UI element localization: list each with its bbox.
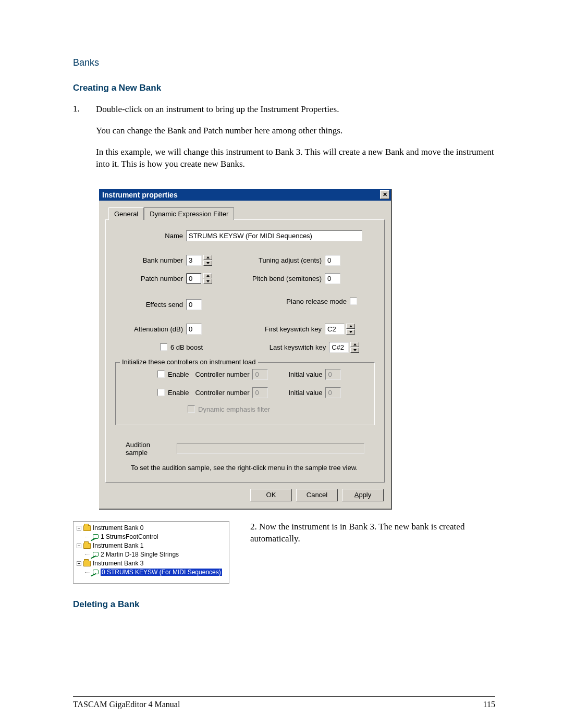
dynamic-emphasis-filter-label: Dynamic emphasis filter <box>198 405 270 413</box>
pitch-bend-field[interactable]: 0 <box>325 273 340 284</box>
spinner-down-icon[interactable] <box>350 348 359 353</box>
name-label: Name <box>115 232 186 240</box>
dialog-titlebar[interactable]: Instrument properties ✕ <box>99 189 391 201</box>
tree-bank-1-item[interactable]: 2 Martin D-18 Single Strings <box>101 551 179 558</box>
instrument-icon <box>91 552 99 558</box>
close-icon[interactable]: ✕ <box>380 190 389 199</box>
dynamic-emphasis-filter-checkbox <box>188 405 195 413</box>
initial-value-1-field: 0 <box>325 369 341 380</box>
enable-controller-2-checkbox[interactable] <box>157 389 165 396</box>
controller-number-1-field: 0 <box>252 369 268 380</box>
six-db-boost-label: 6 dB boost <box>170 343 203 351</box>
step-number-2: 2. <box>250 522 257 532</box>
initial-value-2-label: Initial value <box>268 389 325 397</box>
spinner-down-icon[interactable] <box>203 261 212 266</box>
tree-expander-icon[interactable] <box>77 561 81 566</box>
effects-send-label: Effects send <box>115 301 186 309</box>
audition-sample-label: Audition sample <box>115 441 177 456</box>
section-title-banks: Banks <box>73 57 495 68</box>
tree-bank-0[interactable]: Instrument Bank 0 <box>93 524 143 532</box>
audition-sample-field[interactable] <box>177 443 364 454</box>
subheading-creating-bank: Creating a New Bank <box>73 83 495 93</box>
step1-text-line2: You can change the Bank and Patch number… <box>96 125 495 137</box>
effects-send-field[interactable]: 0 <box>186 299 202 310</box>
last-keyswitch-label: Last keyswitch key <box>203 343 329 351</box>
initial-value-1-label: Initial value <box>268 371 325 378</box>
last-keyswitch-spinner[interactable] <box>350 342 359 353</box>
audition-hint: To set the audition sample, see the righ… <box>115 464 375 472</box>
step2-text: Now the instrument is in Bank 3. The new… <box>250 522 464 544</box>
folder-icon <box>83 543 91 549</box>
piano-release-label: Piano release mode <box>282 298 350 305</box>
spinner-up-icon[interactable] <box>346 324 355 329</box>
tab-panel-general: Name STRUMS KEYSW (For MIDI Sequences) B… <box>105 219 385 483</box>
footer-page-number: 115 <box>483 700 495 709</box>
initial-value-2-field: 0 <box>325 387 341 398</box>
tree-bank-3-item-selected[interactable]: 0 STRUMS KEYSW (For MIDI Sequences) <box>101 569 222 576</box>
enable-controller-1-label: Enable <box>168 371 189 378</box>
enable-controller-2-label: Enable <box>168 389 189 397</box>
attenuation-field[interactable]: 0 <box>186 324 202 335</box>
tree-expander-icon[interactable] <box>77 544 81 548</box>
apply-button[interactable]: Apply <box>342 489 384 501</box>
controller-number-2-field: 0 <box>252 387 268 398</box>
pitch-bend-label: Pitch bend (semitones) <box>212 275 325 282</box>
tree-expander-icon[interactable] <box>77 526 81 530</box>
controller-number-2-label: Controller number <box>189 389 252 397</box>
ok-button[interactable]: OK <box>250 489 292 501</box>
instrument-bank-tree[interactable]: Instrument Bank 0 1 StrumsFootControl In… <box>73 521 229 584</box>
spinner-up-icon[interactable] <box>350 342 359 347</box>
subheading-deleting-bank: Deleting a Bank <box>73 599 495 610</box>
patch-number-spinner[interactable] <box>203 273 212 284</box>
step-number-1: 1. <box>73 104 96 180</box>
bank-number-field[interactable]: 3 <box>186 255 202 266</box>
attenuation-label: Attenuation (dB) <box>115 325 186 333</box>
name-field[interactable]: STRUMS KEYSW (For MIDI Sequences) <box>186 230 362 241</box>
spinner-down-icon[interactable] <box>346 329 355 335</box>
patch-number-field[interactable]: 0 <box>186 273 202 284</box>
enable-controller-1-checkbox[interactable] <box>157 371 165 378</box>
instrument-icon <box>91 534 99 540</box>
spinner-up-icon[interactable] <box>203 255 212 260</box>
initialize-controllers-title: Initialize these controllers on instrume… <box>120 358 258 366</box>
tab-general[interactable]: General <box>108 207 144 220</box>
footer-manual-title: TASCAM GigaEditor 4 Manual <box>73 700 180 709</box>
folder-icon <box>83 561 91 566</box>
bank-number-spinner[interactable] <box>203 255 212 266</box>
initialize-controllers-group: Initialize these controllers on instrume… <box>115 362 375 425</box>
last-keyswitch-field[interactable]: C#2 <box>329 342 349 353</box>
spinner-down-icon[interactable] <box>203 279 212 284</box>
six-db-boost-checkbox[interactable] <box>160 343 167 351</box>
bank-number-label: Bank number <box>115 256 186 264</box>
tree-bank-0-item[interactable]: 1 StrumsFootControl <box>101 533 158 540</box>
tab-dynamic-expression-filter[interactable]: Dynamic Expression Filter <box>144 207 234 220</box>
tuning-adjust-field[interactable]: 0 <box>325 255 340 266</box>
tree-bank-3[interactable]: Instrument Bank 3 <box>93 560 143 567</box>
first-keyswitch-field[interactable]: C2 <box>325 324 345 335</box>
piano-release-checkbox[interactable] <box>350 298 357 305</box>
step1-text-line3: In this example, we will change this ins… <box>96 146 495 170</box>
controller-number-1-label: Controller number <box>189 371 252 378</box>
instrument-properties-dialog: Instrument properties ✕ General Dynamic … <box>99 189 392 510</box>
first-keyswitch-label: First keyswitch key <box>202 325 325 333</box>
step1-text-line1: Double-click on an instrument to bring u… <box>96 104 495 116</box>
folder-icon <box>83 525 91 531</box>
spinner-up-icon[interactable] <box>203 273 212 278</box>
instrument-icon <box>91 570 99 575</box>
patch-number-label: Patch number <box>115 275 186 282</box>
first-keyswitch-spinner[interactable] <box>346 324 355 335</box>
tuning-adjust-label: Tuning adjust (cents) <box>212 256 325 264</box>
tree-bank-1[interactable]: Instrument Bank 1 <box>93 542 143 549</box>
cancel-button[interactable]: Cancel <box>296 489 338 501</box>
dialog-title: Instrument properties <box>102 191 380 199</box>
